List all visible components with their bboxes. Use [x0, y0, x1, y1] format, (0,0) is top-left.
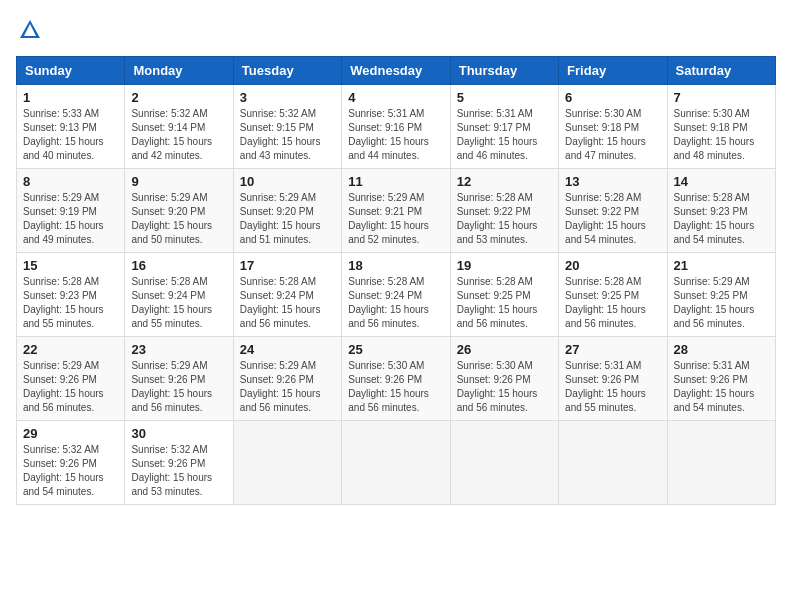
calendar-cell — [559, 421, 667, 505]
col-header-wednesday: Wednesday — [342, 57, 450, 85]
day-number: 24 — [240, 342, 335, 357]
day-info: Sunrise: 5:29 AM Sunset: 9:20 PM Dayligh… — [131, 191, 226, 247]
calendar-cell: 7 Sunrise: 5:30 AM Sunset: 9:18 PM Dayli… — [667, 85, 775, 169]
col-header-saturday: Saturday — [667, 57, 775, 85]
calendar-cell: 20 Sunrise: 5:28 AM Sunset: 9:25 PM Dayl… — [559, 253, 667, 337]
day-number: 2 — [131, 90, 226, 105]
day-number: 15 — [23, 258, 118, 273]
col-header-friday: Friday — [559, 57, 667, 85]
calendar-cell: 25 Sunrise: 5:30 AM Sunset: 9:26 PM Dayl… — [342, 337, 450, 421]
day-number: 4 — [348, 90, 443, 105]
calendar-cell: 29 Sunrise: 5:32 AM Sunset: 9:26 PM Dayl… — [17, 421, 125, 505]
calendar-week-row: 15 Sunrise: 5:28 AM Sunset: 9:23 PM Dayl… — [17, 253, 776, 337]
day-info: Sunrise: 5:28 AM Sunset: 9:22 PM Dayligh… — [457, 191, 552, 247]
day-info: Sunrise: 5:28 AM Sunset: 9:24 PM Dayligh… — [240, 275, 335, 331]
day-info: Sunrise: 5:29 AM Sunset: 9:26 PM Dayligh… — [240, 359, 335, 415]
day-number: 8 — [23, 174, 118, 189]
calendar-cell: 19 Sunrise: 5:28 AM Sunset: 9:25 PM Dayl… — [450, 253, 558, 337]
day-info: Sunrise: 5:29 AM Sunset: 9:19 PM Dayligh… — [23, 191, 118, 247]
calendar-cell: 1 Sunrise: 5:33 AM Sunset: 9:13 PM Dayli… — [17, 85, 125, 169]
calendar-cell: 17 Sunrise: 5:28 AM Sunset: 9:24 PM Dayl… — [233, 253, 341, 337]
day-number: 26 — [457, 342, 552, 357]
day-info: Sunrise: 5:29 AM Sunset: 9:20 PM Dayligh… — [240, 191, 335, 247]
day-info: Sunrise: 5:32 AM Sunset: 9:26 PM Dayligh… — [131, 443, 226, 499]
day-number: 13 — [565, 174, 660, 189]
day-info: Sunrise: 5:29 AM Sunset: 9:26 PM Dayligh… — [131, 359, 226, 415]
day-number: 12 — [457, 174, 552, 189]
day-number: 19 — [457, 258, 552, 273]
calendar-cell: 21 Sunrise: 5:29 AM Sunset: 9:25 PM Dayl… — [667, 253, 775, 337]
day-number: 16 — [131, 258, 226, 273]
day-info: Sunrise: 5:31 AM Sunset: 9:26 PM Dayligh… — [674, 359, 769, 415]
day-number: 18 — [348, 258, 443, 273]
calendar-cell: 16 Sunrise: 5:28 AM Sunset: 9:24 PM Dayl… — [125, 253, 233, 337]
col-header-sunday: Sunday — [17, 57, 125, 85]
logo-icon — [16, 16, 44, 44]
day-info: Sunrise: 5:28 AM Sunset: 9:23 PM Dayligh… — [674, 191, 769, 247]
day-number: 23 — [131, 342, 226, 357]
day-info: Sunrise: 5:28 AM Sunset: 9:24 PM Dayligh… — [348, 275, 443, 331]
calendar-cell: 11 Sunrise: 5:29 AM Sunset: 9:21 PM Dayl… — [342, 169, 450, 253]
day-number: 6 — [565, 90, 660, 105]
calendar-cell: 13 Sunrise: 5:28 AM Sunset: 9:22 PM Dayl… — [559, 169, 667, 253]
day-number: 28 — [674, 342, 769, 357]
day-info: Sunrise: 5:32 AM Sunset: 9:14 PM Dayligh… — [131, 107, 226, 163]
day-info: Sunrise: 5:28 AM Sunset: 9:23 PM Dayligh… — [23, 275, 118, 331]
calendar-cell: 30 Sunrise: 5:32 AM Sunset: 9:26 PM Dayl… — [125, 421, 233, 505]
day-info: Sunrise: 5:28 AM Sunset: 9:25 PM Dayligh… — [565, 275, 660, 331]
day-number: 10 — [240, 174, 335, 189]
calendar-cell: 28 Sunrise: 5:31 AM Sunset: 9:26 PM Dayl… — [667, 337, 775, 421]
calendar-cell: 26 Sunrise: 5:30 AM Sunset: 9:26 PM Dayl… — [450, 337, 558, 421]
calendar-cell: 15 Sunrise: 5:28 AM Sunset: 9:23 PM Dayl… — [17, 253, 125, 337]
day-number: 5 — [457, 90, 552, 105]
day-number: 3 — [240, 90, 335, 105]
calendar-week-row: 29 Sunrise: 5:32 AM Sunset: 9:26 PM Dayl… — [17, 421, 776, 505]
day-number: 30 — [131, 426, 226, 441]
day-info: Sunrise: 5:33 AM Sunset: 9:13 PM Dayligh… — [23, 107, 118, 163]
day-number: 29 — [23, 426, 118, 441]
calendar-cell: 8 Sunrise: 5:29 AM Sunset: 9:19 PM Dayli… — [17, 169, 125, 253]
calendar-cell: 9 Sunrise: 5:29 AM Sunset: 9:20 PM Dayli… — [125, 169, 233, 253]
calendar-cell — [667, 421, 775, 505]
day-number: 11 — [348, 174, 443, 189]
col-header-tuesday: Tuesday — [233, 57, 341, 85]
day-number: 27 — [565, 342, 660, 357]
day-info: Sunrise: 5:28 AM Sunset: 9:25 PM Dayligh… — [457, 275, 552, 331]
calendar-cell: 12 Sunrise: 5:28 AM Sunset: 9:22 PM Dayl… — [450, 169, 558, 253]
day-number: 14 — [674, 174, 769, 189]
calendar: SundayMondayTuesdayWednesdayThursdayFrid… — [16, 56, 776, 505]
calendar-cell — [342, 421, 450, 505]
day-info: Sunrise: 5:29 AM Sunset: 9:26 PM Dayligh… — [23, 359, 118, 415]
calendar-cell: 22 Sunrise: 5:29 AM Sunset: 9:26 PM Dayl… — [17, 337, 125, 421]
day-number: 20 — [565, 258, 660, 273]
calendar-cell: 4 Sunrise: 5:31 AM Sunset: 9:16 PM Dayli… — [342, 85, 450, 169]
calendar-cell: 18 Sunrise: 5:28 AM Sunset: 9:24 PM Dayl… — [342, 253, 450, 337]
day-number: 7 — [674, 90, 769, 105]
calendar-cell — [450, 421, 558, 505]
calendar-week-row: 8 Sunrise: 5:29 AM Sunset: 9:19 PM Dayli… — [17, 169, 776, 253]
day-info: Sunrise: 5:32 AM Sunset: 9:26 PM Dayligh… — [23, 443, 118, 499]
calendar-header-row: SundayMondayTuesdayWednesdayThursdayFrid… — [17, 57, 776, 85]
day-info: Sunrise: 5:30 AM Sunset: 9:26 PM Dayligh… — [457, 359, 552, 415]
calendar-cell: 3 Sunrise: 5:32 AM Sunset: 9:15 PM Dayli… — [233, 85, 341, 169]
calendar-cell: 6 Sunrise: 5:30 AM Sunset: 9:18 PM Dayli… — [559, 85, 667, 169]
calendar-cell: 2 Sunrise: 5:32 AM Sunset: 9:14 PM Dayli… — [125, 85, 233, 169]
calendar-cell: 10 Sunrise: 5:29 AM Sunset: 9:20 PM Dayl… — [233, 169, 341, 253]
day-info: Sunrise: 5:30 AM Sunset: 9:26 PM Dayligh… — [348, 359, 443, 415]
calendar-week-row: 22 Sunrise: 5:29 AM Sunset: 9:26 PM Dayl… — [17, 337, 776, 421]
day-number: 25 — [348, 342, 443, 357]
calendar-cell: 24 Sunrise: 5:29 AM Sunset: 9:26 PM Dayl… — [233, 337, 341, 421]
day-info: Sunrise: 5:31 AM Sunset: 9:17 PM Dayligh… — [457, 107, 552, 163]
calendar-cell — [233, 421, 341, 505]
col-header-thursday: Thursday — [450, 57, 558, 85]
day-info: Sunrise: 5:31 AM Sunset: 9:26 PM Dayligh… — [565, 359, 660, 415]
header — [16, 16, 776, 44]
day-info: Sunrise: 5:29 AM Sunset: 9:21 PM Dayligh… — [348, 191, 443, 247]
day-info: Sunrise: 5:28 AM Sunset: 9:24 PM Dayligh… — [131, 275, 226, 331]
day-number: 9 — [131, 174, 226, 189]
day-number: 17 — [240, 258, 335, 273]
calendar-cell: 5 Sunrise: 5:31 AM Sunset: 9:17 PM Dayli… — [450, 85, 558, 169]
day-number: 1 — [23, 90, 118, 105]
col-header-monday: Monday — [125, 57, 233, 85]
day-info: Sunrise: 5:30 AM Sunset: 9:18 PM Dayligh… — [674, 107, 769, 163]
